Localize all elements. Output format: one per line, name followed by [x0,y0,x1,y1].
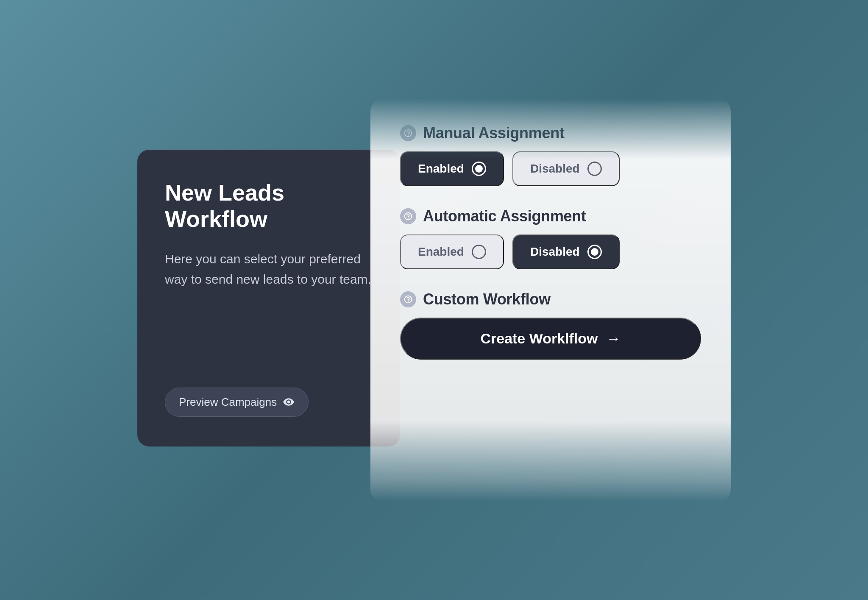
eye-icon [283,396,295,408]
create-workflow-label: Create Worklflow [480,330,598,347]
right-card: Manual Assignment Enabled Disabled [370,99,731,502]
automatic-disabled-radio [587,245,602,259]
automatic-assignment-help-icon [400,208,416,224]
manual-disabled-radio [587,162,602,176]
automatic-assignment-enabled-button[interactable]: Enabled [400,234,504,269]
arrow-right-icon: → [606,330,621,347]
cards-container: New Leads Workflow Here you can select y… [137,99,731,502]
manual-assignment-toggle-group: Enabled Disabled [400,151,701,186]
create-workflow-button[interactable]: Create Worklflow → [400,318,701,360]
manual-assignment-enabled-button[interactable]: Enabled [400,151,504,186]
manual-assignment-help-icon [400,125,416,141]
preview-campaigns-button[interactable]: Preview Campaigns [165,388,309,417]
automatic-enabled-radio [472,245,486,259]
manual-enabled-label: Enabled [418,162,464,176]
custom-workflow-help-icon [400,291,416,307]
left-card: New Leads Workflow Here you can select y… [137,150,400,447]
automatic-disabled-label: Disabled [530,245,580,259]
custom-workflow-title: Custom Workflow [423,290,551,308]
workflow-description: Here you can select your preferred way t… [165,249,373,290]
left-card-content: New Leads Workflow Here you can select y… [165,179,373,290]
automatic-assignment-disabled-button[interactable]: Disabled [512,234,620,269]
automatic-assignment-toggle-group: Enabled Disabled [400,234,701,269]
automatic-enabled-label: Enabled [418,245,464,259]
workflow-title: New Leads Workflow [165,179,373,232]
manual-assignment-disabled-button[interactable]: Disabled [512,151,620,186]
manual-enabled-radio [472,162,486,176]
automatic-assignment-title: Automatic Assignment [423,207,586,225]
manual-assignment-title: Manual Assignment [423,124,565,142]
automatic-assignment-header: Automatic Assignment [400,207,701,225]
manual-assignment-section: Manual Assignment Enabled Disabled [400,124,701,186]
custom-workflow-section: Custom Workflow Create Worklflow → [400,290,701,360]
manual-assignment-header: Manual Assignment [400,124,701,142]
manual-disabled-label: Disabled [530,162,580,176]
preview-campaigns-label: Preview Campaigns [179,396,277,409]
automatic-assignment-section: Automatic Assignment Enabled Disabled [400,207,701,269]
custom-workflow-header: Custom Workflow [400,290,701,308]
